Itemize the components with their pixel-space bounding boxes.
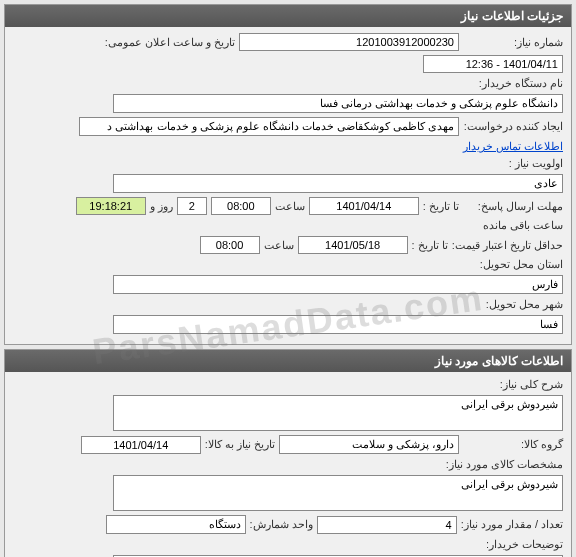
province-field: فارس [113, 275, 563, 294]
time-label-1: ساعت [275, 200, 305, 213]
priority-field: عادی [113, 174, 563, 193]
need-no-field: 1201003912000230 [239, 33, 459, 51]
deadline-date-field: 1401/04/14 [309, 197, 419, 215]
buyer-org-label: نام دستگاه خریدار: [463, 77, 563, 90]
announce-label: تاریخ و ساعت اعلان عمومی: [105, 36, 235, 49]
qty-field: 4 [317, 516, 457, 534]
to-date-label-2: تا تاریخ : [412, 239, 448, 252]
city-label: شهر محل تحویل: [463, 298, 563, 311]
deadline-label: مهلت ارسال پاسخ: [463, 200, 563, 213]
panel2-title: اطلاعات کالاهای مورد نیاز [5, 350, 571, 372]
group-field: دارو، پزشکی و سلامت [279, 435, 459, 454]
contact-link[interactable]: اطلاعات تماس خریدار [463, 140, 563, 153]
need-date-label: تاریخ نیاز به کالا: [205, 438, 275, 451]
validity-time-field: 08:00 [200, 236, 260, 254]
creator-field: مهدی کاظمی کوشکقاضی خدمات دانشگاه علوم پ… [79, 117, 459, 136]
validity-label: حداقل تاریخ اعتبار قیمت: [452, 239, 563, 252]
unit-field: دستگاه [106, 515, 246, 534]
need-date-field: 1401/04/14 [81, 436, 201, 454]
need-details-panel: جزئیات اطلاعات نیاز شماره نیاز: 12010039… [4, 4, 572, 345]
goods-info-panel: اطلاعات کالاهای مورد نیاز شرح کلی نیاز: … [4, 349, 572, 557]
time-label-2: ساعت [264, 239, 294, 252]
unit-label: واحد شمارش: [250, 518, 313, 531]
spec-label: مشخصات کالای مورد نیاز: [446, 458, 563, 471]
city-field: فسا [113, 315, 563, 334]
province-label: استان محل تحویل: [463, 258, 563, 271]
days-remaining-field: 2 [177, 197, 207, 215]
days-label: روز و [150, 200, 173, 213]
group-label: گروه کالا: [463, 438, 563, 451]
creator-label: ایجاد کننده درخواست: [463, 120, 563, 133]
validity-date-field: 1401/05/18 [298, 236, 408, 254]
spec-field: شیردوش برقی ایرانی [113, 475, 563, 511]
need-no-label: شماره نیاز: [463, 36, 563, 49]
qty-label: تعداد / مقدار مورد نیاز: [461, 518, 563, 531]
buyer-notes-label: توضیحات خریدار: [463, 538, 563, 551]
priority-label: اولویت نیاز : [463, 157, 563, 170]
deadline-time-field: 08:00 [211, 197, 271, 215]
to-date-label: تا تاریخ : [423, 200, 459, 213]
panel1-title: جزئیات اطلاعات نیاز [5, 5, 571, 27]
announce-field: 1401/04/11 - 12:36 [423, 55, 563, 73]
desc-label: شرح کلی نیاز: [463, 378, 563, 391]
time-remaining-field: 19:18:21 [76, 197, 146, 215]
desc-field: شیردوش برقی ایرانی [113, 395, 563, 431]
buyer-org-field: دانشگاه علوم پزشکی و خدمات بهداشتی درمان… [113, 94, 563, 113]
remaining-label: ساعت باقی مانده [483, 219, 563, 232]
